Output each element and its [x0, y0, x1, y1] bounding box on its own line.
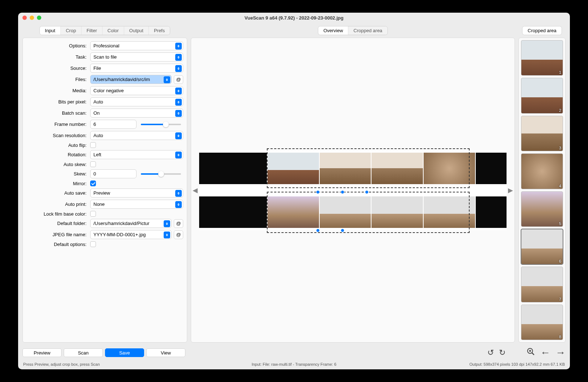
- frame-7[interactable]: [371, 196, 423, 228]
- bits-label: Bits per pixel:: [26, 99, 88, 105]
- deffolder-at-button[interactable]: @: [174, 219, 183, 228]
- tab-color[interactable]: Color: [102, 26, 124, 35]
- tab-cropped-area[interactable]: Cropped area: [348, 26, 387, 35]
- save-button[interactable]: Save: [105, 348, 144, 357]
- chevron-updown-icon: [164, 232, 170, 238]
- scanres-label: Scan resolution:: [26, 133, 88, 138]
- deffolder-field[interactable]: /Users/hamrickdavid/Pictur: [90, 219, 172, 228]
- view-button[interactable]: View: [146, 348, 185, 357]
- rotation-dropdown[interactable]: Left: [90, 150, 183, 159]
- frame-4[interactable]: [424, 153, 475, 184]
- tab-crop[interactable]: Crop: [61, 26, 81, 35]
- skew-slider[interactable]: [141, 173, 181, 175]
- thumbnail-1[interactable]: 1: [521, 40, 563, 76]
- frame-6[interactable]: [320, 196, 371, 228]
- autosave-label: Auto save:: [26, 190, 88, 196]
- tab-cropped-area-right[interactable]: Cropped area: [522, 26, 562, 35]
- jpegname-at-button[interactable]: @: [174, 230, 183, 239]
- autoskew-label: Auto skew:: [26, 162, 88, 167]
- tab-prefs[interactable]: Prefs: [149, 26, 170, 35]
- autoprint-dropdown[interactable]: None: [90, 200, 183, 209]
- task-label: Task:: [26, 54, 88, 60]
- undo-icon[interactable]: ↺: [487, 348, 494, 357]
- preview-area: ◀ ▶: [191, 38, 515, 343]
- chevron-updown-icon: [175, 110, 182, 117]
- frame-slider[interactable]: [141, 124, 181, 125]
- film-row-1: [199, 152, 507, 185]
- center-tabbar: Overview Cropped area: [191, 26, 515, 35]
- chevron-updown-icon: [175, 152, 182, 158]
- thumbnail-7[interactable]: 7: [521, 267, 563, 302]
- crop-handle[interactable]: [316, 190, 320, 194]
- chevron-updown-icon: [175, 132, 182, 139]
- chevron-updown-icon: [175, 190, 182, 197]
- batch-dropdown[interactable]: On: [90, 109, 183, 118]
- thumbnail-6[interactable]: 6: [521, 229, 563, 264]
- thumbnail-8[interactable]: 8: [521, 305, 563, 340]
- tab-output[interactable]: Output: [124, 26, 149, 35]
- titlebar: VueScan 9 a64 (9.7.92) - 2022-09-23-0002…: [18, 13, 570, 23]
- skew-label: Skew:: [26, 171, 88, 177]
- preview-button[interactable]: Preview: [22, 348, 62, 357]
- media-dropdown[interactable]: Color negative: [90, 86, 183, 95]
- autoflip-checkbox[interactable]: [90, 142, 96, 148]
- frame-5[interactable]: [268, 196, 319, 228]
- autoskew-checkbox[interactable]: [90, 161, 96, 167]
- media-label: Media:: [26, 88, 88, 93]
- autoprint-label: Auto print:: [26, 201, 88, 207]
- options-dropdown[interactable]: Professional: [90, 41, 183, 50]
- batch-label: Batch scan:: [26, 110, 88, 116]
- redo-icon[interactable]: ↻: [499, 348, 505, 357]
- thumbnail-3[interactable]: 3: [521, 116, 563, 151]
- source-dropdown[interactable]: File: [90, 64, 183, 73]
- files-at-button[interactable]: @: [174, 75, 183, 84]
- skew-input[interactable]: 0: [90, 169, 136, 178]
- frame-3[interactable]: [371, 153, 423, 184]
- status-left: Press Preview, adjust crop box, press Sc…: [23, 362, 204, 366]
- thumbnail-4[interactable]: 4: [521, 153, 563, 189]
- bits-dropdown[interactable]: Auto: [90, 97, 183, 106]
- source-label: Source:: [26, 65, 88, 71]
- app-window: VueScan 9 a64 (9.7.92) - 2022-09-23-0002…: [18, 13, 570, 369]
- tab-overview[interactable]: Overview: [318, 26, 348, 35]
- crop-handle[interactable]: [341, 229, 344, 232]
- crop-handle[interactable]: [365, 190, 369, 194]
- lockfilm-label: Lock film base color:: [26, 211, 88, 217]
- mirror-checkbox[interactable]: [90, 181, 96, 186]
- zoom-in-icon[interactable]: [526, 347, 535, 358]
- chevron-updown-icon: [175, 88, 182, 94]
- input-form: Options: Professional Task: Scan to file…: [22, 38, 187, 343]
- chevron-updown-icon: [175, 43, 182, 50]
- lockfilm-checkbox[interactable]: [90, 211, 96, 217]
- content-area: Input Crop Filter Color Output Prefs Opt…: [18, 23, 570, 345]
- task-dropdown[interactable]: Scan to file: [90, 52, 183, 61]
- crop-handle[interactable]: [316, 229, 320, 232]
- defopts-checkbox[interactable]: [90, 241, 96, 247]
- jpegname-field[interactable]: YYYY-MM-DD-0001+.jpg: [90, 230, 172, 239]
- tab-filter[interactable]: Filter: [81, 26, 102, 35]
- frame-2[interactable]: [320, 153, 371, 184]
- filmstrip-preview[interactable]: [199, 150, 507, 230]
- rotation-label: Rotation:: [26, 152, 88, 157]
- frame-1[interactable]: [268, 153, 319, 184]
- film-row-2: [199, 196, 507, 229]
- chevron-updown-icon: [164, 76, 170, 83]
- tab-input[interactable]: Input: [40, 26, 61, 35]
- autosave-dropdown[interactable]: Preview: [90, 188, 183, 198]
- thumbnail-2[interactable]: 2: [521, 78, 563, 113]
- status-bar: Press Preview, adjust crop box, press Sc…: [18, 361, 570, 369]
- thumbnail-5[interactable]: 5: [521, 191, 563, 227]
- crop-handle[interactable]: [341, 190, 344, 194]
- arrow-right-icon[interactable]: →: [555, 347, 566, 358]
- chevron-updown-icon: [164, 220, 170, 227]
- next-arrow-icon[interactable]: ▶: [508, 186, 513, 194]
- scanres-dropdown[interactable]: Auto: [90, 131, 183, 140]
- frame-8[interactable]: [424, 196, 475, 228]
- frame-input[interactable]: 6: [90, 120, 136, 129]
- prev-arrow-icon[interactable]: ◀: [193, 186, 198, 194]
- arrow-left-icon[interactable]: ←: [540, 347, 550, 358]
- files-field[interactable]: /Users/hamrickdavid/src/im: [90, 75, 172, 84]
- scan-button[interactable]: Scan: [64, 348, 103, 357]
- svg-line-1: [532, 353, 534, 355]
- left-panel: Input Crop Filter Color Output Prefs Opt…: [22, 26, 187, 343]
